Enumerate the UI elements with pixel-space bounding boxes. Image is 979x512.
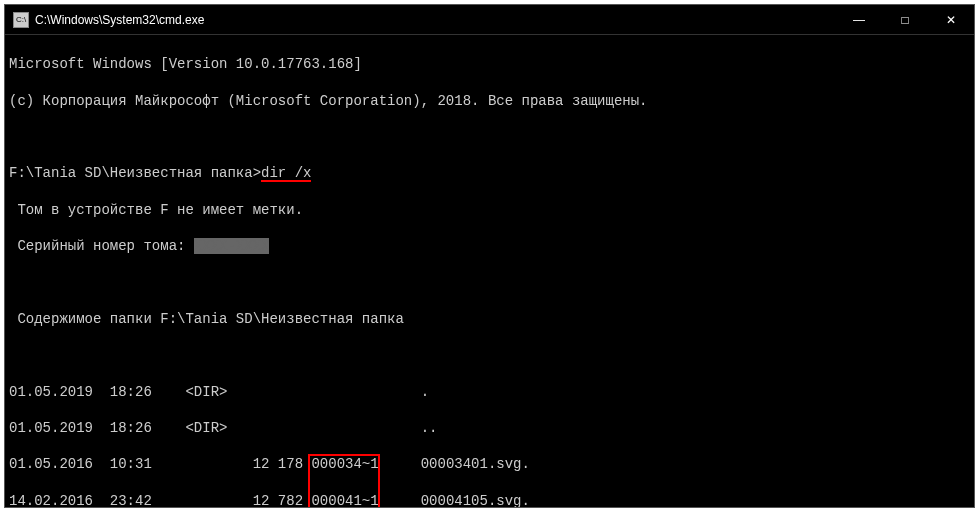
content-header: Содержимое папки F:\Tania SD\Неизвестная… bbox=[9, 310, 970, 328]
maximize-icon: □ bbox=[901, 13, 908, 27]
prompt-line-1: F:\Tania SD\Неизвестная папка>dir /x bbox=[9, 164, 970, 182]
minimize-icon: — bbox=[853, 13, 865, 27]
blank-line bbox=[9, 273, 970, 291]
titlebar[interactable]: C:\ C:\Windows\System32\cmd.exe — □ ✕ bbox=[5, 5, 974, 35]
maximize-button[interactable]: □ bbox=[882, 5, 928, 35]
row-right: 00003401.svg. bbox=[379, 456, 530, 472]
command-dir: dir /x bbox=[261, 166, 311, 182]
copyright-line: (c) Корпорация Майкрософт (Microsoft Cor… bbox=[9, 92, 970, 110]
serial-label: Серийный номер тома: bbox=[9, 238, 194, 254]
blank-line bbox=[9, 346, 970, 364]
prompt-path: F:\Tania SD\Неизвестная папка> bbox=[9, 165, 261, 181]
window-title: C:\Windows\System32\cmd.exe bbox=[35, 13, 836, 27]
cmd-window: C:\ C:\Windows\System32\cmd.exe — □ ✕ Mi… bbox=[4, 4, 975, 508]
row-right: 00004105.svg. bbox=[379, 493, 530, 507]
shortname: 000041~1 bbox=[311, 493, 378, 507]
minimize-button[interactable]: — bbox=[836, 5, 882, 35]
terminal-output[interactable]: Microsoft Windows [Version 10.0.17763.16… bbox=[5, 35, 974, 507]
close-button[interactable]: ✕ bbox=[928, 5, 974, 35]
dir-row-file: 01.05.2016 10:31 12 178 000034~1 0000340… bbox=[9, 455, 970, 473]
close-icon: ✕ bbox=[946, 13, 956, 27]
version-line: Microsoft Windows [Version 10.0.17763.16… bbox=[9, 55, 970, 73]
serial-redacted: XXXX-XXXX bbox=[194, 238, 270, 254]
dir-row-dot: 01.05.2019 18:26 <DIR> . bbox=[9, 383, 970, 401]
shortname: 000034~1 bbox=[311, 456, 378, 472]
row-left: 01.05.2016 10:31 12 178 bbox=[9, 456, 311, 472]
blank-line bbox=[9, 128, 970, 146]
volume-line: Том в устройстве F не имеет метки. bbox=[9, 201, 970, 219]
cmd-icon: C:\ bbox=[13, 12, 29, 28]
dir-row-file: 14.02.2016 23:42 12 782 000041~1 0000410… bbox=[9, 492, 970, 507]
row-left: 14.02.2016 23:42 12 782 bbox=[9, 493, 311, 507]
serial-line: Серийный номер тома: XXXX-XXXX bbox=[9, 237, 970, 255]
dir-row-dotdot: 01.05.2019 18:26 <DIR> .. bbox=[9, 419, 970, 437]
